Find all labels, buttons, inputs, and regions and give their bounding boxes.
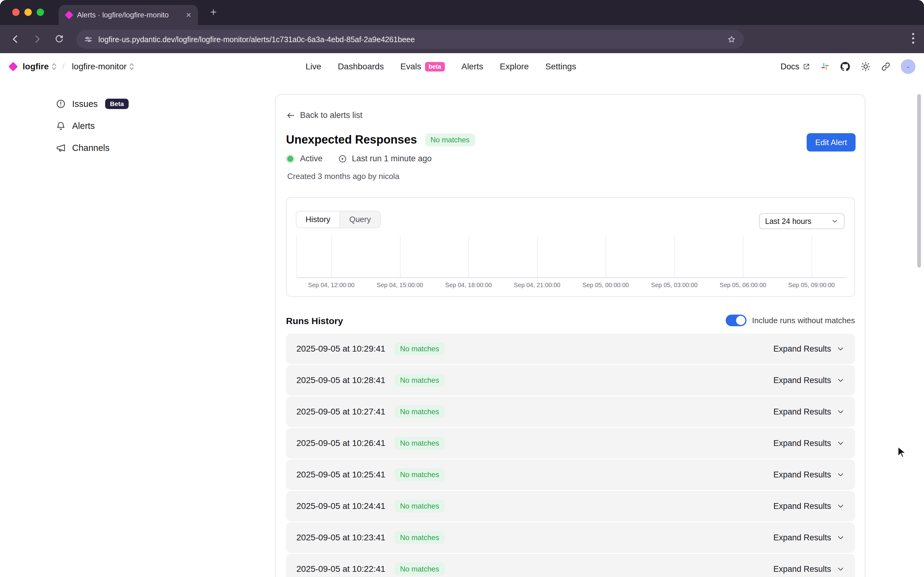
- page-scrollbar-thumb[interactable]: [917, 94, 921, 268]
- run-timestamp: 2025-09-05 at 10:23:41: [297, 533, 385, 543]
- nav-item-label: Dashboards: [338, 62, 384, 71]
- slack-icon[interactable]: [820, 62, 830, 71]
- chart-tick-label: Sep 04, 18:00:00: [445, 282, 492, 288]
- browser-menu-icon[interactable]: [912, 33, 914, 44]
- chart-tick-label: Sep 04, 12:00:00: [308, 282, 355, 288]
- app-header: logfire / logfire-monitor LiveDashboards…: [0, 53, 924, 80]
- user-avatar[interactable]: -: [901, 59, 916, 74]
- sidebar-item-channels[interactable]: Channels: [56, 137, 227, 159]
- window-minimize-button[interactable]: [24, 8, 32, 16]
- run-row[interactable]: 2025-09-05 at 10:25:41No matchesExpand R…: [286, 459, 855, 490]
- reload-button[interactable]: [54, 34, 64, 45]
- bookmark-star-icon[interactable]: [727, 34, 736, 44]
- history-chart: Sep 04, 12:00:00Sep 04, 15:00:00Sep 04, …: [297, 236, 846, 278]
- external-link-icon: [802, 63, 810, 71]
- expand-results-label[interactable]: Expand Results: [773, 376, 831, 385]
- beta-badge: beta: [425, 62, 445, 71]
- arrow-left-icon: [286, 111, 295, 120]
- expand-results-label[interactable]: Expand Results: [773, 533, 831, 543]
- expand-results-label[interactable]: Expand Results: [773, 564, 831, 574]
- include-runs-toggle[interactable]: [726, 314, 747, 326]
- issues-icon: [56, 99, 66, 109]
- run-row[interactable]: 2025-09-05 at 10:22:41No matchesExpand R…: [286, 554, 855, 577]
- chevron-down-icon[interactable]: [837, 533, 845, 542]
- run-row[interactable]: 2025-09-05 at 10:28:41No matchesExpand R…: [286, 365, 855, 396]
- expand-results-label[interactable]: Expand Results: [773, 344, 831, 354]
- project-name: logfire-monitor: [72, 62, 126, 71]
- run-timestamp: 2025-09-05 at 10:29:41: [297, 344, 385, 354]
- run-timestamp: 2025-09-05 at 10:27:41: [297, 407, 385, 417]
- nav-item-settings[interactable]: Settings: [545, 62, 576, 71]
- no-matches-badge: No matches: [395, 405, 445, 418]
- page-title: Unexpected Responses: [286, 133, 417, 146]
- browser-toolbar: logfire-us.pydantic.dev/logfire/logfire-…: [0, 25, 924, 53]
- chart-gridline: [606, 236, 606, 277]
- window-zoom-button[interactable]: [37, 8, 44, 16]
- browser-tab[interactable]: Alerts · logfire/logfire-monito ×: [59, 5, 198, 25]
- chart-gridline: [674, 236, 675, 277]
- chart-tick-label: Sep 04, 21:00:00: [514, 282, 560, 288]
- run-row[interactable]: 2025-09-05 at 10:24:41No matchesExpand R…: [286, 491, 855, 521]
- window-close-button[interactable]: [12, 8, 19, 16]
- run-timestamp: 2025-09-05 at 10:22:41: [297, 564, 385, 574]
- edit-alert-button[interactable]: Edit Alert: [807, 133, 856, 152]
- megaphone-icon: [56, 143, 66, 153]
- nav-item-alerts[interactable]: Alerts: [461, 62, 484, 71]
- chevron-down-icon[interactable]: [837, 502, 845, 510]
- active-status-dot-icon: [287, 156, 293, 162]
- tab-query[interactable]: Query: [339, 211, 380, 227]
- new-tab-button[interactable]: +: [210, 7, 217, 18]
- forward-button[interactable]: [32, 34, 43, 45]
- alert-status-row: Active Last run 1 minute ago: [287, 154, 432, 163]
- org-switcher[interactable]: logfire: [21, 62, 57, 71]
- theme-sun-icon[interactable]: [860, 61, 871, 72]
- chart-tick-label: Sep 05, 09:00:00: [789, 282, 835, 288]
- bell-icon: [56, 121, 66, 131]
- nav-item-dashboards[interactable]: Dashboards: [338, 62, 384, 71]
- browser-tab-strip: Alerts · logfire/logfire-monito × +: [0, 0, 924, 25]
- chevron-down-icon[interactable]: [837, 565, 845, 573]
- expand-results-label[interactable]: Expand Results: [773, 501, 831, 511]
- site-settings-icon[interactable]: [84, 35, 93, 44]
- sidebar-item-alerts[interactable]: Alerts: [56, 115, 227, 137]
- expand-results-label[interactable]: Expand Results: [773, 438, 831, 448]
- run-row[interactable]: 2025-09-05 at 10:26:41No matchesExpand R…: [286, 428, 855, 458]
- header-actions: Docs -: [780, 53, 916, 80]
- chevron-down-icon[interactable]: [837, 471, 845, 479]
- run-row[interactable]: 2025-09-05 at 10:27:41No matchesExpand R…: [286, 396, 855, 427]
- expand-results-label[interactable]: Expand Results: [773, 470, 831, 480]
- url-bar[interactable]: logfire-us.pydantic.dev/logfire/logfire-…: [76, 30, 744, 49]
- run-timestamp: 2025-09-05 at 10:25:41: [297, 470, 385, 480]
- back-button[interactable]: [10, 34, 21, 45]
- github-icon[interactable]: [840, 61, 851, 72]
- nav-item-label: Live: [306, 62, 321, 71]
- window-controls: [12, 8, 44, 16]
- run-row[interactable]: 2025-09-05 at 10:23:41No matchesExpand R…: [286, 522, 855, 553]
- beta-badge: Beta: [105, 99, 129, 109]
- no-matches-badge: No matches: [395, 437, 445, 450]
- url-text: logfire-us.pydantic.dev/logfire/logfire-…: [98, 35, 721, 44]
- toggle-knob: [736, 316, 745, 325]
- chevron-down-icon[interactable]: [837, 408, 845, 416]
- back-to-alerts-link[interactable]: Back to alerts list: [286, 111, 363, 120]
- nav-item-evals[interactable]: Evalsbeta: [400, 62, 445, 71]
- chevron-down-icon[interactable]: [837, 345, 845, 353]
- tab-history[interactable]: History: [297, 211, 339, 227]
- sidebar-item-issues[interactable]: IssuesBeta: [56, 93, 227, 115]
- project-switcher[interactable]: logfire-monitor: [70, 62, 134, 71]
- chart-tick-label: Sep 05, 06:00:00: [719, 282, 766, 288]
- chevron-down-icon[interactable]: [837, 439, 845, 447]
- no-matches-badge: No matches: [395, 531, 445, 544]
- run-row[interactable]: 2025-09-05 at 10:29:41No matchesExpand R…: [286, 334, 855, 364]
- chevron-down-icon[interactable]: [837, 376, 845, 384]
- docs-link[interactable]: Docs: [780, 62, 810, 71]
- nav-item-explore[interactable]: Explore: [500, 62, 529, 71]
- no-matches-badge: No matches: [395, 562, 445, 575]
- nav-item-live[interactable]: Live: [306, 62, 321, 71]
- time-range-select[interactable]: Last 24 hours: [759, 213, 845, 229]
- expand-results-label[interactable]: Expand Results: [773, 407, 831, 417]
- share-link-icon[interactable]: [880, 61, 891, 72]
- tab-close-icon[interactable]: ×: [185, 10, 192, 19]
- chart-gridline: [537, 236, 538, 277]
- created-by-label: Created 3 months ago by nicola: [287, 172, 399, 181]
